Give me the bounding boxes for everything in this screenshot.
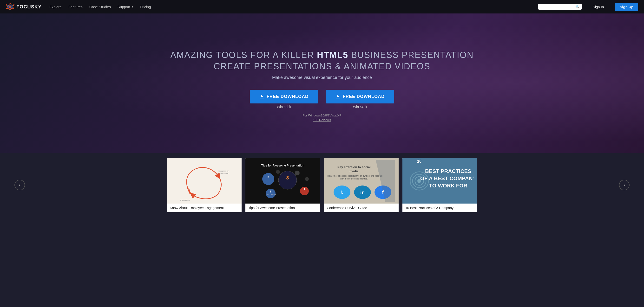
svg-text:Slide Content: Slide Content <box>266 194 276 196</box>
nav-explore[interactable]: Explore <box>49 5 62 9</box>
carousel-next-button[interactable]: › <box>619 180 630 190</box>
svg-text:with the conference hashtag.: with the conference hashtag. <box>340 178 368 180</box>
svg-rect-4 <box>336 98 340 98</box>
hero-section: AMAZING TOOLS FOR A KILLER HTML5 BUSINES… <box>0 13 644 153</box>
svg-point-21 <box>305 177 309 181</box>
svg-text:8: 8 <box>286 175 289 180</box>
card-4-bg: 10 BEST PRACTICES OF A BEST COMPANY TO W… <box>402 158 477 204</box>
hero-subtitle: Make awesome visual experience for your … <box>272 75 372 80</box>
svg-point-20 <box>295 171 300 175</box>
logo-icon <box>6 2 14 11</box>
svg-text:ENGAGEMENT: ENGAGEMENT <box>218 173 230 174</box>
svg-text:ENGAGEMENT: ENGAGEMENT <box>180 199 190 201</box>
card-4-caption: 10 Best Practices of A Company <box>402 204 477 212</box>
svg-point-2 <box>9 6 11 8</box>
logo-link[interactable]: FOCUSKY <box>6 2 42 11</box>
card-3-image: Pay attention to social media Follow oth… <box>324 158 398 204</box>
carousel-card-1[interactable]: SOURCES OF ENGAGEMENT ENGAGEMENT Know Ab… <box>167 158 242 212</box>
svg-text:3: 3 <box>268 176 269 179</box>
svg-text:BEST PRACTICES: BEST PRACTICES <box>425 168 471 174</box>
carousel-prev-button[interactable]: ‹ <box>14 180 25 190</box>
signin-button[interactable]: Sign In <box>589 3 608 10</box>
download-icon-win64 <box>336 94 340 99</box>
search-input[interactable] <box>540 5 574 9</box>
carousel-section: ‹ <box>0 153 644 212</box>
svg-text:media: media <box>350 169 358 173</box>
nav-features[interactable]: Features <box>68 5 82 9</box>
svg-text:t: t <box>341 189 343 195</box>
navbar: FOCUSKY Explore Features Case Studies Su… <box>0 0 644 13</box>
windows-note: For Windows10/8/7Vista/XP <box>302 114 342 117</box>
download-buttons: FREE DOWNLOAD Win 32bit FREE DOWNLOAD Wi… <box>250 90 394 109</box>
nav-case-studies[interactable]: Case Studies <box>89 5 111 9</box>
support-dropdown-icon: ▾ <box>132 5 133 8</box>
card-1-image: SOURCES OF ENGAGEMENT ENGAGEMENT <box>167 158 242 204</box>
card-4-graphic: 10 BEST PRACTICES OF A BEST COMPANY TO W… <box>406 160 474 202</box>
carousel-card-4[interactable]: 10 BEST PRACTICES OF A BEST COMPANY TO W… <box>402 158 477 212</box>
logo-text: FOCUSKY <box>16 4 42 10</box>
svg-rect-3 <box>260 98 264 98</box>
win64-download-wrap: FREE DOWNLOAD Win 64bit <box>326 90 394 109</box>
hero-title: AMAZING TOOLS FOR A KILLER HTML5 BUSINES… <box>170 49 474 72</box>
card-2-bg: Tips for Awesome Presentation 3 8 5 Slid… <box>246 158 320 204</box>
nav-links: Explore Features Case Studies Support ▾ … <box>49 5 530 9</box>
card-3-graphic: Pay attention to social media Follow oth… <box>328 160 395 202</box>
card-2-graphic: Tips for Awesome Presentation 3 8 5 Slid… <box>249 160 316 202</box>
svg-text:TO WORK FOR: TO WORK FOR <box>429 183 468 189</box>
svg-text:5: 5 <box>270 190 272 193</box>
download-icon-win32 <box>260 94 264 99</box>
win64-download-button[interactable]: FREE DOWNLOAD <box>326 90 394 103</box>
reviews-link[interactable]: 108 Reviews <box>313 118 331 122</box>
card-1-graphic: SOURCES OF ENGAGEMENT ENGAGEMENT <box>170 160 238 202</box>
nav-support[interactable]: Support ▾ <box>118 5 133 9</box>
svg-text:10: 10 <box>417 160 422 163</box>
svg-text:Tips for Awesome Presentation: Tips for Awesome Presentation <box>261 164 304 167</box>
win32-label: Win 32bit <box>277 105 291 109</box>
card-1-bg: SOURCES OF ENGAGEMENT ENGAGEMENT <box>167 158 242 204</box>
card-3-bg: Pay attention to social media Follow oth… <box>324 158 398 204</box>
carousel-items: SOURCES OF ENGAGEMENT ENGAGEMENT Know Ab… <box>29 158 615 212</box>
win32-download-wrap: FREE DOWNLOAD Win 32bit <box>250 90 318 109</box>
nav-pricing[interactable]: Pricing <box>140 5 151 9</box>
search-icon[interactable]: 🔍 <box>575 5 580 9</box>
svg-text:Follow other attendees (partic: Follow other attendees (particularly on … <box>328 175 382 177</box>
carousel-wrapper: ‹ <box>0 158 644 212</box>
svg-rect-5 <box>170 160 238 202</box>
svg-text:OF A BEST COMPANY: OF A BEST COMPANY <box>420 175 474 181</box>
svg-text:1: 1 <box>304 188 305 191</box>
svg-text:Pay attention to social: Pay attention to social <box>338 165 371 169</box>
card-2-caption: Tips for Awesome Presentation <box>246 204 320 212</box>
svg-text:SOURCES OF: SOURCES OF <box>218 170 229 172</box>
signup-button[interactable]: Sign Up <box>615 3 638 11</box>
card-3-caption: Conference Survival Guide <box>324 204 398 212</box>
carousel-card-3[interactable]: Pay attention to social media Follow oth… <box>324 158 398 212</box>
card-2-image: Tips for Awesome Presentation 3 8 5 Slid… <box>246 158 320 204</box>
svg-text:in: in <box>360 190 365 195</box>
svg-point-22 <box>276 170 280 174</box>
svg-point-11 <box>262 173 274 185</box>
win64-label: Win 64bit <box>353 105 367 109</box>
card-1-caption: Know About Employee Engagement <box>167 204 242 212</box>
win32-download-button[interactable]: FREE DOWNLOAD <box>250 90 318 103</box>
search-bar: 🔍 <box>538 4 582 10</box>
card-4-image: 10 BEST PRACTICES OF A BEST COMPANY TO W… <box>402 158 477 204</box>
carousel-card-2[interactable]: Tips for Awesome Presentation 3 8 5 Slid… <box>246 158 320 212</box>
